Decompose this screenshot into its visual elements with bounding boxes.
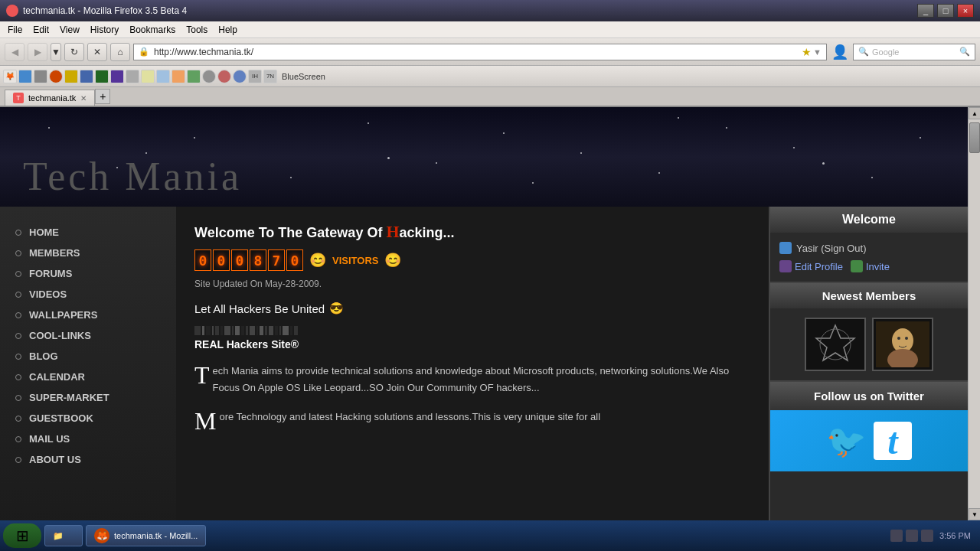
window-title: techmania.tk - Mozilla Firefox 3.5 Beta … [23, 5, 187, 16]
nav-mailus[interactable]: MAIL US [0, 429, 176, 449]
dropdown-button[interactable]: ▼ [51, 43, 61, 61]
menu-help[interactable]: Help [214, 23, 242, 37]
close-button[interactable]: × [957, 4, 974, 18]
toolbar-icon-14[interactable] [202, 70, 216, 83]
taskbar-browser-label: techmania.tk - Mozill... [114, 531, 198, 540]
nav-blog[interactable]: BLOG [0, 346, 176, 367]
identity-button[interactable]: 👤 [831, 44, 848, 60]
stop-button[interactable]: ✕ [87, 43, 107, 61]
nav-videos[interactable]: VIDEOS [0, 284, 176, 305]
svg-rect-0 [808, 321, 862, 367]
nav-dot [15, 457, 21, 463]
vertical-scrollbar[interactable]: ▲ ▼ [968, 107, 980, 520]
scroll-thumb[interactable] [969, 122, 980, 153]
digit-2: 0 [231, 249, 248, 271]
toolbar-icon-2[interactable] [18, 70, 32, 83]
address-bar[interactable]: 🔒 http://www.techmania.tk/ ★ ▼ [133, 44, 827, 60]
forward-button[interactable]: ▶ [28, 43, 47, 61]
nav-wallpapers[interactable]: WALLPAPERS [0, 305, 176, 325]
refresh-button[interactable]: ↻ [64, 43, 84, 61]
toolbar-icon-16[interactable] [233, 70, 247, 83]
menu-file[interactable]: File [3, 23, 27, 37]
start-button[interactable]: ⊞ [3, 523, 41, 548]
nav-home[interactable]: HOME [0, 222, 176, 243]
taskbar-explorer[interactable]: 📁 [44, 525, 83, 546]
site-header: Tech Mania [0, 107, 968, 207]
toolbar-icon-11[interactable] [156, 70, 170, 83]
window-controls[interactable]: _ □ × [917, 4, 974, 18]
toolbar-icon-9[interactable] [126, 70, 139, 83]
menu-history[interactable]: History [86, 23, 123, 37]
digit-0: 0 [194, 249, 211, 271]
nav-members[interactable]: MEMBERS [0, 243, 176, 263]
toolbar-icon-15[interactable] [217, 70, 231, 83]
active-tab[interactable]: T techmania.tk ✕ [5, 90, 95, 106]
nav-aboutus[interactable]: ABOUT US [0, 449, 176, 470]
nav-forums[interactable]: FORUMS [0, 263, 176, 284]
toolbar-icon-6[interactable] [80, 70, 93, 83]
drop-cap-m: M [194, 409, 216, 433]
visitor-counter: 0 0 0 8 7 0 😊 VISITORS 😊 [194, 249, 750, 271]
menu-tools[interactable]: Tools [181, 23, 212, 37]
home-button[interactable]: ⌂ [110, 43, 130, 61]
scroll-up-button[interactable]: ▲ [969, 107, 980, 119]
systray-icon-1 [890, 530, 903, 542]
content-para-1: T ech Mania aims to provide technical so… [194, 363, 750, 396]
toolbar-icon-1[interactable]: 🦊 [3, 70, 17, 83]
nav-coollinks[interactable]: COOL-LINKS [0, 325, 176, 346]
toolbar-icon-3[interactable] [34, 70, 47, 83]
invite-icon [851, 260, 863, 272]
toolbar-icon-10[interactable] [141, 70, 155, 83]
taskbar-browser[interactable]: 🦊 techmania.tk - Mozill... [86, 525, 206, 546]
toolbar-icon-7[interactable] [95, 70, 109, 83]
welcome-section: Welcome Yasir (Sign Out) Edit Profile In… [770, 207, 968, 283]
update-text: Site Updated On May-28-2009. [194, 279, 750, 289]
edit-profile-icon [779, 260, 792, 272]
toolbar-icon-17[interactable]: IH [248, 70, 262, 83]
nav-calendar[interactable]: CALENDAR [0, 367, 176, 387]
bluescreen-label[interactable]: BlueScreen [279, 72, 328, 81]
site-sidebar: Welcome Yasir (Sign Out) Edit Profile In… [769, 207, 968, 520]
menu-view[interactable]: View [55, 23, 84, 37]
drop-cap-t: T [194, 363, 210, 387]
search-bar[interactable]: 🔍 Google 🔍 [853, 44, 975, 60]
svg-point-6 [897, 337, 900, 340]
nav-guestbook[interactable]: GUESTBOOK [0, 408, 176, 429]
site-content: Welcome To The Gateway Of Hacking... 0 0… [176, 207, 769, 520]
tab-close-icon[interactable]: ✕ [80, 94, 87, 103]
toolbar-icon-8[interactable] [110, 70, 124, 83]
tab-favicon: T [13, 93, 24, 103]
smiley-left: 😊 [309, 252, 326, 269]
nav-dot [15, 416, 21, 422]
back-button[interactable]: ◀ [5, 43, 24, 61]
menu-bookmarks[interactable]: Bookmarks [125, 23, 180, 37]
toolbar-icon-5[interactable] [64, 70, 78, 83]
menu-edit[interactable]: Edit [28, 23, 54, 37]
toolbar-icon-4[interactable] [49, 70, 63, 83]
toolbar-icon-12[interactable] [172, 70, 185, 83]
sidebar-user: Yasir (Sign Out) [779, 242, 959, 254]
twitter-section: Follow us on Twitter 🐦 t [770, 382, 968, 471]
nav-supermarket[interactable]: SUPER-MARKET [0, 387, 176, 408]
member-thumb-1[interactable] [805, 318, 866, 371]
content-para-2: M ore Technology and latest Hacking solu… [194, 409, 750, 425]
digit-3: 8 [250, 249, 266, 271]
invite-link[interactable]: Invite [851, 260, 890, 272]
toolbar-icon-13[interactable] [187, 70, 201, 83]
firefox-icon [6, 5, 18, 17]
twitter-button[interactable]: Follow us on Twitter [770, 382, 968, 410]
firefox-taskbar-icon: 🦊 [94, 528, 109, 543]
search-go[interactable]: 🔍 [959, 47, 970, 57]
nav-dot [15, 333, 21, 339]
member-thumb-2[interactable] [872, 318, 933, 371]
maximize-button[interactable]: □ [937, 4, 954, 18]
edit-profile-link[interactable]: Edit Profile [779, 260, 843, 272]
minimize-button[interactable]: _ [917, 4, 934, 18]
toolbar-icon-18[interactable]: 7N [263, 70, 277, 83]
new-tab-button[interactable]: + [95, 89, 110, 104]
nav-dot [15, 292, 21, 298]
barcode-row [194, 326, 750, 335]
scroll-down-button[interactable]: ▼ [969, 508, 980, 520]
twitter-image: 🐦 t [770, 410, 968, 471]
nav-dot [15, 436, 21, 442]
